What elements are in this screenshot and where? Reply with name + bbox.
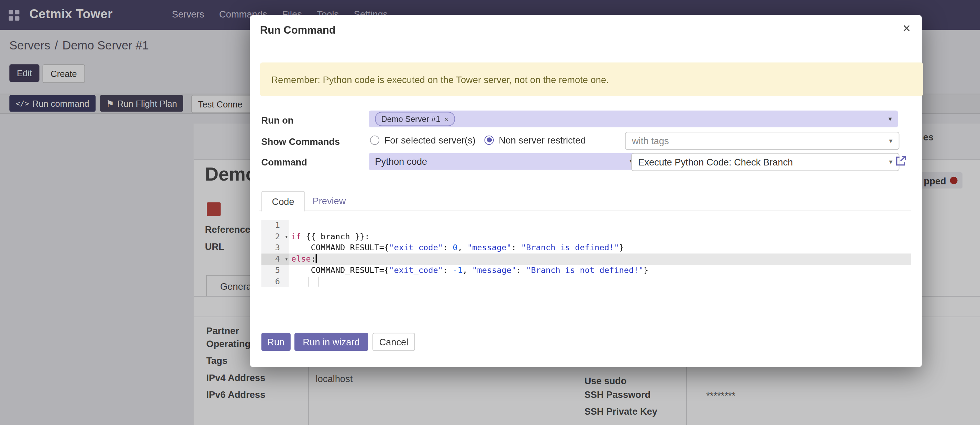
chevron-down-icon[interactable]: ▾ bbox=[883, 115, 892, 123]
server-tag-label: Demo Server #1 bbox=[382, 114, 441, 124]
tags-filter-select[interactable]: with tags ▾ bbox=[625, 132, 899, 150]
editor-line[interactable]: 2▾if {{ branch }}: bbox=[261, 231, 911, 243]
command-label: Command bbox=[261, 156, 307, 168]
code-token: } bbox=[644, 265, 648, 274]
code-token: {{ branch }}: bbox=[301, 232, 369, 241]
code-line[interactable]: else: bbox=[289, 253, 911, 265]
line-number[interactable]: 5 bbox=[261, 265, 289, 276]
code-token: -1 bbox=[453, 265, 462, 274]
line-number[interactable]: 3 bbox=[261, 243, 289, 254]
chevron-down-icon: ▾ bbox=[884, 136, 893, 145]
code-token: , bbox=[463, 265, 472, 274]
tab-preview[interactable]: Preview bbox=[302, 191, 356, 211]
code-token: "message" bbox=[472, 265, 516, 274]
editor-line[interactable]: 4▾else: bbox=[261, 253, 911, 265]
warning-alert: Remember: Python code is executed on the… bbox=[260, 62, 923, 96]
cancel-button[interactable]: Cancel bbox=[372, 333, 415, 351]
fold-arrow-icon[interactable]: ▾ bbox=[285, 231, 288, 243]
tab-code[interactable]: Code bbox=[261, 191, 305, 212]
editor-line[interactable]: 3 COMMAND_RESULT={"exit_code": 0, "messa… bbox=[261, 243, 911, 254]
line-number[interactable]: 6 bbox=[261, 276, 289, 287]
radio-label: For selected server(s) bbox=[385, 135, 476, 145]
dialog-title: Run Command bbox=[260, 24, 336, 37]
editor-line[interactable]: 5 COMMAND_RESULT={"exit_code": -1, "mess… bbox=[261, 265, 911, 276]
code-token: : bbox=[517, 265, 526, 274]
radio-for-selected-servers[interactable]: For selected server(s) bbox=[370, 134, 476, 146]
run-on-field[interactable]: Demo Server #1 × ▾ bbox=[369, 111, 898, 127]
chevron-down-icon: ▾ bbox=[884, 158, 893, 166]
code-line[interactable] bbox=[289, 276, 911, 287]
server-tag-chip: Demo Server #1 × bbox=[375, 112, 455, 126]
tabs-underline bbox=[259, 210, 911, 211]
command-type-value: Python code bbox=[375, 156, 427, 167]
code-token: , bbox=[458, 243, 467, 252]
editor-line[interactable]: 1 bbox=[261, 220, 911, 231]
warning-alert-text: Remember: Python code is executed on the… bbox=[271, 74, 609, 85]
show-commands-label: Show Commands bbox=[261, 136, 340, 148]
code-token: : bbox=[443, 243, 453, 252]
tags-filter-placeholder: with tags bbox=[632, 136, 669, 146]
code-token: COMMAND_RESULT={ bbox=[291, 243, 389, 252]
line-number[interactable]: 1 bbox=[261, 220, 289, 231]
code-token: : bbox=[311, 254, 316, 263]
fold-arrow-icon[interactable]: ▾ bbox=[285, 253, 288, 265]
code-token: "Branch is not defined!" bbox=[526, 265, 644, 274]
code-editor[interactable]: 12▾if {{ branch }}:3 COMMAND_RESULT={"ex… bbox=[261, 220, 911, 287]
code-token: : bbox=[443, 265, 453, 274]
code-line[interactable]: if {{ branch }}: bbox=[289, 231, 911, 243]
line-number[interactable]: 4▾ bbox=[261, 253, 289, 265]
code-token: : bbox=[511, 243, 521, 252]
code-token: else bbox=[291, 254, 311, 263]
code-token: 0 bbox=[453, 243, 457, 252]
indent-guide bbox=[318, 277, 319, 287]
radio-circle-icon bbox=[485, 135, 494, 144]
code-token: } bbox=[619, 243, 624, 252]
code-token: "Branch is defined!" bbox=[521, 243, 619, 252]
indent-guide bbox=[308, 277, 309, 287]
code-token: "message" bbox=[467, 243, 511, 252]
code-token: "exit_code" bbox=[389, 243, 443, 252]
command-select[interactable]: Execute Python Code: Check Branch ▾ bbox=[631, 153, 899, 171]
code-token: "exit_code" bbox=[389, 265, 443, 274]
run-in-wizard-button[interactable]: Run in wizard bbox=[294, 333, 368, 351]
editor-line[interactable]: 6 bbox=[261, 276, 911, 287]
command-type-select[interactable]: Python code ▾ bbox=[369, 153, 640, 170]
run-on-label: Run on bbox=[261, 114, 293, 127]
radio-label: Non server restricted bbox=[499, 135, 585, 145]
text-cursor bbox=[316, 254, 317, 263]
close-icon[interactable]: × bbox=[900, 20, 913, 37]
code-line[interactable]: COMMAND_RESULT={"exit_code": -1, "messag… bbox=[289, 265, 911, 276]
command-value: Execute Python Code: Check Branch bbox=[638, 157, 793, 168]
radio-non-server-restricted[interactable]: Non server restricted bbox=[485, 134, 586, 146]
external-link-icon[interactable] bbox=[894, 155, 907, 167]
remove-tag-icon[interactable]: × bbox=[444, 115, 449, 123]
code-token: if bbox=[291, 232, 301, 241]
run-command-dialog: Run Command × Remember: Python code is e… bbox=[250, 15, 922, 367]
screen: Cetmix Tower Servers Commands Files Tool… bbox=[0, 0, 980, 425]
line-number[interactable]: 2▾ bbox=[261, 231, 289, 243]
radio-circle-icon bbox=[370, 135, 379, 144]
code-line[interactable] bbox=[289, 220, 911, 231]
run-button[interactable]: Run bbox=[261, 333, 290, 351]
code-token: COMMAND_RESULT={ bbox=[291, 265, 389, 274]
code-line[interactable]: COMMAND_RESULT={"exit_code": 0, "message… bbox=[289, 243, 911, 254]
